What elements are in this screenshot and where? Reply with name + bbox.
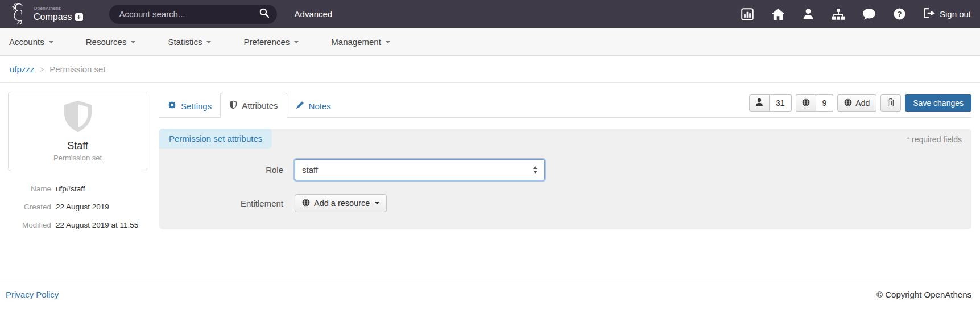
- sign-out-button[interactable]: Sign out: [924, 8, 971, 20]
- resource-count-badge: 9: [816, 94, 834, 112]
- chevron-down-icon: [294, 41, 299, 43]
- brand-logo[interactable]: OpenAthens Compass +: [9, 2, 83, 27]
- chat-icon[interactable]: [863, 9, 875, 20]
- panel-heading: Permission set attributes: [159, 129, 272, 149]
- search-icon[interactable]: [259, 8, 269, 20]
- chevron-down-icon: [206, 41, 211, 43]
- main-menu: Accounts Resources Statistics Preference…: [0, 28, 980, 56]
- delete-button[interactable]: [880, 94, 901, 112]
- breadcrumb: ufpzzz > Permission set: [0, 56, 980, 83]
- user-icon: [755, 98, 763, 108]
- chevron-down-icon: [375, 202, 379, 204]
- tab-notes[interactable]: Notes: [287, 94, 340, 117]
- breadcrumb-organisation-link[interactable]: ufpzzz: [10, 64, 34, 74]
- tab-bar: Settings Attributes Notes 31: [159, 92, 971, 118]
- breadcrumb-separator: >: [39, 64, 44, 74]
- detail-value: 22 August 2019 at 11:55: [56, 221, 138, 229]
- users-button[interactable]: [749, 94, 770, 112]
- role-select-value: staff: [302, 165, 318, 175]
- help-icon[interactable]: ?: [894, 8, 905, 20]
- menu-preferences[interactable]: Preferences: [243, 37, 299, 47]
- bar-chart-icon[interactable]: [741, 8, 754, 20]
- menu-accounts[interactable]: Accounts: [9, 37, 53, 47]
- sign-out-label: Sign out: [940, 9, 971, 19]
- copyright-text: © Copyright OpenAthens: [876, 290, 971, 299]
- entitlement-row: Entitlement Add a resource: [159, 194, 971, 212]
- detail-row-modified: Modified 22 August 2019 at 11:55: [8, 221, 147, 229]
- tab-settings[interactable]: Settings: [159, 94, 220, 117]
- tab-attributes[interactable]: Attributes: [220, 93, 287, 118]
- plus-badge-icon: +: [75, 13, 83, 21]
- svg-text:?: ?: [897, 10, 902, 18]
- permission-set-subtitle: Permission set: [53, 154, 102, 162]
- role-label: Role: [159, 165, 295, 175]
- permission-set-title: Staff: [67, 140, 88, 152]
- account-search-input[interactable]: [119, 9, 259, 19]
- user-count-badge: 31: [770, 94, 792, 112]
- permission-set-card: Staff Permission set: [8, 92, 147, 171]
- sitemap-icon[interactable]: [832, 9, 845, 20]
- home-icon[interactable]: [772, 9, 784, 20]
- brand-openathens-label: OpenAthens: [34, 6, 83, 11]
- advanced-search-link[interactable]: Advanced: [295, 9, 333, 19]
- profile-sidebar: Staff Permission set Name ufp#staff Crea…: [8, 92, 147, 239]
- chevron-down-icon: [49, 41, 53, 43]
- required-fields-note: * required fields: [907, 135, 962, 144]
- privacy-policy-link[interactable]: Privacy Policy: [6, 290, 59, 299]
- shield-icon: [64, 100, 92, 135]
- user-icon[interactable]: [803, 8, 814, 20]
- top-navbar: OpenAthens Compass + Advanced: [0, 0, 980, 28]
- menu-statistics[interactable]: Statistics: [168, 37, 211, 47]
- detail-label: Name: [8, 184, 51, 193]
- role-row: Role staff: [159, 159, 971, 180]
- role-select[interactable]: staff: [295, 159, 545, 180]
- chevron-down-icon: [386, 41, 390, 43]
- user-count-group[interactable]: 31: [749, 94, 792, 112]
- detail-label: Modified: [8, 221, 51, 229]
- resources-button[interactable]: [796, 94, 816, 112]
- account-search-box[interactable]: [109, 5, 277, 24]
- menu-management[interactable]: Management: [331, 37, 390, 47]
- globe-icon: [302, 199, 310, 208]
- action-toolbar: 31 9 Add Save changes: [749, 94, 971, 112]
- pencil-icon: [296, 101, 304, 111]
- gear-icon: [168, 101, 176, 111]
- add-resource-button[interactable]: Add: [837, 94, 876, 112]
- globe-icon: [844, 98, 852, 108]
- entitlement-label: Entitlement: [159, 199, 295, 208]
- detail-value: ufp#staff: [56, 184, 85, 193]
- save-changes-button[interactable]: Save changes: [905, 94, 971, 112]
- sign-out-icon: [924, 8, 935, 20]
- shield-half-icon: [229, 100, 237, 111]
- brand-compass-label: Compass: [34, 13, 72, 22]
- resource-count-group[interactable]: 9: [796, 94, 834, 112]
- detail-row-created: Created 22 August 2019: [8, 203, 147, 211]
- add-a-resource-button[interactable]: Add a resource: [295, 194, 387, 212]
- menu-resources[interactable]: Resources: [86, 37, 136, 47]
- detail-value: 22 August 2019: [56, 203, 109, 211]
- breadcrumb-current: Permission set: [49, 64, 105, 74]
- globe-icon: [802, 98, 810, 108]
- trash-icon: [887, 98, 895, 109]
- page-footer: Privacy Policy © Copyright OpenAthens: [0, 279, 980, 299]
- detail-label: Created: [8, 203, 51, 211]
- attributes-panel: Permission set attributes * required fie…: [159, 129, 971, 229]
- select-stepper-icon: [533, 166, 537, 174]
- detail-row-name: Name ufp#staff: [8, 184, 147, 193]
- openathens-emblem-icon: [9, 2, 30, 27]
- chevron-down-icon: [131, 41, 135, 43]
- permission-set-details: Name ufp#staff Created 22 August 2019 Mo…: [8, 184, 147, 229]
